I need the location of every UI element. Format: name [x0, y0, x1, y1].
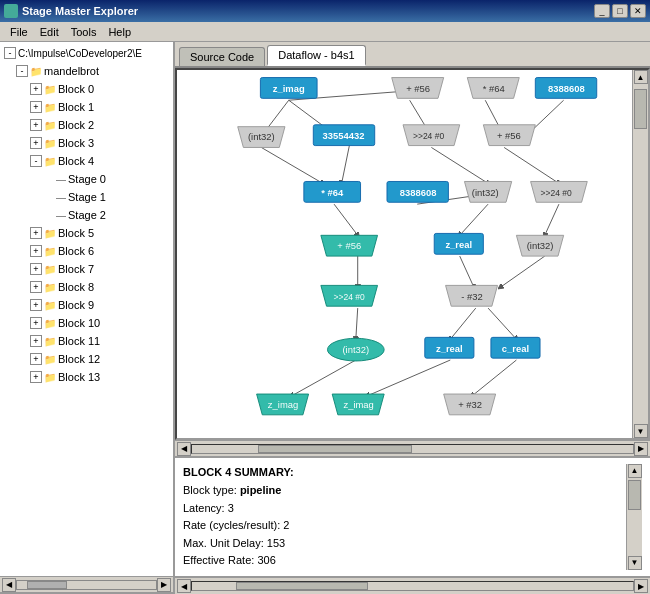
df-scroll-right-btn[interactable]: ▶	[634, 442, 648, 456]
app-icon	[4, 4, 18, 18]
tree-label-block9: Block 9	[58, 299, 94, 311]
summary-mud-label: Max. Unit Delay:	[183, 537, 264, 549]
menu-file[interactable]: File	[4, 24, 34, 40]
tree-item-block9[interactable]: + 📁 Block 9	[2, 296, 171, 314]
dataflow-hscrollbar[interactable]: ◀ ▶	[175, 440, 650, 456]
tree-item-block7[interactable]: + 📁 Block 7	[2, 260, 171, 278]
df-scroll-down-btn[interactable]: ▼	[634, 424, 648, 438]
tree-area[interactable]: - C:\Impulse\CoDeveloper2\E - 📁 mandelbr…	[0, 42, 173, 576]
tree-root[interactable]: - C:\Impulse\CoDeveloper2\E	[2, 44, 171, 62]
menu-tools[interactable]: Tools	[65, 24, 103, 40]
df-vscroll-track[interactable]	[633, 84, 648, 424]
svg-line-19	[488, 308, 516, 339]
block1-expand-icon[interactable]: +	[30, 101, 42, 113]
df-scroll-left-btn[interactable]: ◀	[177, 442, 191, 456]
svg-text:+ #56: + #56	[337, 240, 361, 251]
block12-expand-icon[interactable]: +	[30, 353, 42, 365]
svg-text:+ #56: + #56	[497, 130, 521, 141]
sum-scroll-down-btn[interactable]: ▼	[628, 556, 642, 570]
tree-label-block11: Block 11	[58, 335, 100, 347]
svg-line-3	[261, 147, 322, 183]
close-button[interactable]: ✕	[630, 4, 646, 18]
tree-item-stage2[interactable]: — Stage 2	[2, 206, 171, 224]
svg-text:(int32): (int32)	[527, 240, 554, 251]
block3-expand-icon[interactable]: +	[30, 137, 42, 149]
tree-item-block8[interactable]: + 📁 Block 8	[2, 278, 171, 296]
bottom-hscroll-track[interactable]	[191, 581, 634, 591]
summary-vscrollbar[interactable]: ▲ ▼	[626, 464, 642, 570]
bottom-hscroll-thumb[interactable]	[236, 582, 368, 590]
tree-item-block5[interactable]: + 📁 Block 5	[2, 224, 171, 242]
tree-item-block10[interactable]: + 📁 Block 10	[2, 314, 171, 332]
bottom-scroll-right-btn[interactable]: ▶	[634, 579, 648, 593]
tree-item-block2[interactable]: + 📁 Block 2	[2, 116, 171, 134]
menu-help[interactable]: Help	[102, 24, 137, 40]
tree-item-block3[interactable]: + 📁 Block 3	[2, 134, 171, 152]
block9-expand-icon[interactable]: +	[30, 299, 42, 311]
block6-expand-icon[interactable]: +	[30, 245, 42, 257]
left-hscrollbar[interactable]: ◀ ▶	[0, 576, 173, 592]
root-expand-icon[interactable]: -	[4, 47, 16, 59]
left-hscroll-track[interactable]	[16, 580, 157, 590]
tree-item-block4[interactable]: - 📁 Block 4	[2, 152, 171, 170]
svg-line-12	[460, 204, 488, 235]
minimize-button[interactable]: _	[594, 4, 610, 18]
tab-dataflow[interactable]: Dataflow - b4s1	[267, 45, 365, 66]
svg-text:>>24 #0: >>24 #0	[540, 188, 571, 198]
maximize-button[interactable]: □	[612, 4, 628, 18]
menu-edit[interactable]: Edit	[34, 24, 65, 40]
block13-expand-icon[interactable]: +	[30, 371, 42, 383]
block4-expand-icon[interactable]: -	[30, 155, 42, 167]
tree-item-block6[interactable]: + 📁 Block 6	[2, 242, 171, 260]
summary-latency-value: 3	[228, 502, 234, 514]
svg-text:* #64: * #64	[483, 83, 505, 94]
folder-icon-b2: 📁	[44, 120, 56, 131]
sum-vscroll-thumb[interactable]	[628, 480, 641, 510]
tree-label-block5: Block 5	[58, 227, 94, 239]
tree-item-block11[interactable]: + 📁 Block 11	[2, 332, 171, 350]
tree-label-block4: Block 4	[58, 155, 94, 167]
dataflow-canvas[interactable]: z_imag + #56 * #64 8388608 (int32) 33554…	[175, 68, 650, 440]
left-scroll-left-btn[interactable]: ◀	[2, 578, 16, 592]
tree-item-block0[interactable]: + 📁 Block 0	[2, 80, 171, 98]
mandelbrot-expand-icon[interactable]: -	[16, 65, 28, 77]
left-panel: - C:\Impulse\CoDeveloper2\E - 📁 mandelbr…	[0, 42, 175, 594]
dataflow-vscrollbar[interactable]: ▲ ▼	[632, 70, 648, 438]
df-hscroll-track[interactable]	[191, 444, 634, 454]
block10-expand-icon[interactable]: +	[30, 317, 42, 329]
file-icon-s2: —	[56, 210, 66, 221]
block7-expand-icon[interactable]: +	[30, 263, 42, 275]
tree-item-block12[interactable]: + 📁 Block 12	[2, 350, 171, 368]
tree-item-stage0[interactable]: — Stage 0	[2, 170, 171, 188]
block8-expand-icon[interactable]: +	[30, 281, 42, 293]
left-scroll-right-btn[interactable]: ▶	[157, 578, 171, 592]
svg-text:z_imag: z_imag	[343, 399, 373, 410]
tree-label-block8: Block 8	[58, 281, 94, 293]
bottom-hscrollbar[interactable]: ◀ ▶	[175, 578, 650, 594]
summary-mud-value: 153	[267, 537, 285, 549]
block0-expand-icon[interactable]: +	[30, 83, 42, 95]
tree-item-stage1[interactable]: — Stage 1	[2, 188, 171, 206]
df-vscroll-thumb[interactable]	[634, 89, 647, 129]
tree-item-block1[interactable]: + 📁 Block 1	[2, 98, 171, 116]
block11-expand-icon[interactable]: +	[30, 335, 42, 347]
tree-item-mandelbrot[interactable]: - 📁 mandelbrot	[2, 62, 171, 80]
tab-source-code[interactable]: Source Code	[179, 47, 265, 66]
sum-vscroll-track[interactable]	[627, 478, 642, 556]
svg-line-17	[356, 308, 358, 339]
tree-item-block13[interactable]: + 📁 Block 13	[2, 368, 171, 386]
df-hscroll-thumb[interactable]	[258, 445, 412, 453]
title-bar-controls: _ □ ✕	[594, 4, 646, 18]
block2-expand-icon[interactable]: +	[30, 119, 42, 131]
block5-expand-icon[interactable]: +	[30, 227, 42, 239]
bottom-scroll-left-btn[interactable]: ◀	[177, 579, 191, 593]
sum-scroll-up-btn[interactable]: ▲	[628, 464, 642, 478]
summary-block-type: Block type: pipeline	[183, 482, 626, 500]
svg-text:>>24 #0: >>24 #0	[413, 131, 444, 141]
left-hscroll-thumb[interactable]	[27, 581, 67, 589]
summary-er-label: Effective Rate:	[183, 554, 254, 566]
tree-label-stage0: Stage 0	[68, 173, 106, 185]
df-scroll-up-btn[interactable]: ▲	[634, 70, 648, 84]
summary-panel: BLOCK 4 SUMMARY: Block type: pipeline La…	[175, 456, 650, 578]
summary-rate-label: Rate (cycles/result):	[183, 519, 280, 531]
